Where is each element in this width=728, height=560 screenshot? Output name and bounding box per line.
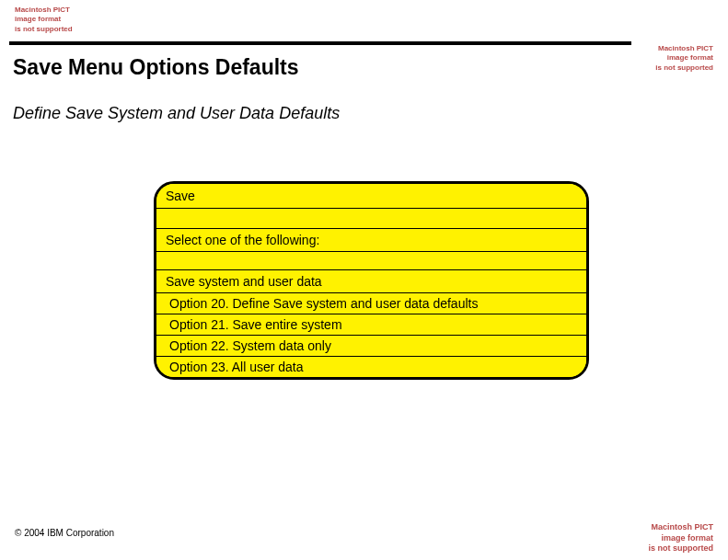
page-subtitle: Define Save System and User Data Default… xyxy=(13,104,340,123)
copyright-text: © 2004 IBM Corporation xyxy=(15,528,114,538)
menu-blank xyxy=(156,209,586,229)
menu-option: Option 22. System data only xyxy=(156,336,586,357)
pict-placeholder-top-left: Macintosh PICT image format is not suppo… xyxy=(15,6,73,34)
menu-spacer xyxy=(156,252,586,270)
pict-placeholder-top-right: Macintosh PICT image format is not suppo… xyxy=(655,44,713,73)
menu-prompt: Select one of the following: xyxy=(156,229,586,252)
page-title: Save Menu Options Defaults xyxy=(13,55,299,80)
save-menu-panel: Save Select one of the following: Save s… xyxy=(154,181,589,380)
menu-heading: Save xyxy=(156,184,586,209)
menu-option: Option 21. Save entire system xyxy=(156,314,586,336)
pict-text: Macintosh PICT image format is not suppo… xyxy=(15,6,73,34)
pict-text: Macintosh PICT image format is not suppo… xyxy=(655,44,713,73)
menu-option: Option 23. All user data xyxy=(156,357,586,377)
horizontal-divider xyxy=(9,41,631,45)
pict-text: Macintosh PICT image format is not suppo… xyxy=(649,522,714,554)
menu-group: Save system and user data xyxy=(156,270,586,293)
pict-placeholder-bottom-right: Macintosh PICT image format is not suppo… xyxy=(649,522,714,554)
menu-option: Option 20. Define Save system and user d… xyxy=(156,293,586,314)
